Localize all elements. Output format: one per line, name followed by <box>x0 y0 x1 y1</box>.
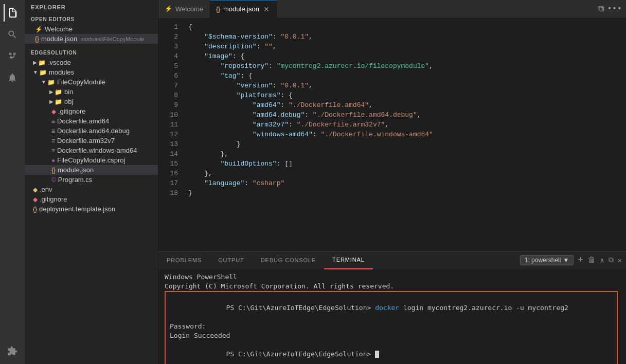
tab-terminal[interactable]: TERMINAL <box>324 251 373 269</box>
terminal-password-line: Password: <box>170 322 613 331</box>
tab-welcome-icon: ⚡ <box>165 5 172 12</box>
gitignore-root-label: .gitignore <box>40 195 67 203</box>
tab-module-json[interactable]: {} module.json ✕ <box>210 0 277 18</box>
json-deployment-icon: {} <box>33 206 37 213</box>
tree-item-csproj[interactable]: ● FileCopyModule.csproj <box>25 155 158 165</box>
tab-json-icon: {} <box>216 6 220 13</box>
folder-icon: 📁 <box>55 98 62 105</box>
tab-welcome-label: Welcome <box>175 5 203 13</box>
tab-welcome[interactable]: ⚡ Welcome <box>158 0 210 18</box>
more-actions-icon[interactable]: ••• <box>607 4 622 13</box>
vscode-folder-label: .vscode <box>48 59 71 66</box>
dockerfile-arm-icon: ≡ <box>51 137 55 144</box>
folder-icon: 📁 <box>38 59 46 66</box>
open-editor-module-json[interactable]: {} module.json modules\FileCopyModule <box>25 34 158 44</box>
terminal-line-header2: Copyright (C) Microsoft Corporation. All… <box>165 282 620 291</box>
gitignore-root-icon: ◆ <box>33 196 38 203</box>
dockerfile-icon: ≡ <box>51 118 55 125</box>
tree-item-gitignore-root[interactable]: ◆ .gitignore <box>25 194 158 204</box>
gitignore-inner-label: .gitignore <box>58 107 85 115</box>
split-editor-icon[interactable]: ⧉ <box>598 4 604 14</box>
terminal-dropdown[interactable]: 1: powershell ▼ <box>520 255 574 265</box>
terminal-cmd-docker: docker <box>375 304 399 312</box>
terminal-cursor <box>375 351 379 358</box>
open-editors-title: OPEN EDITORS <box>25 12 158 24</box>
arrow-icon: ▶ <box>33 60 37 65</box>
tree-item-deployment-template[interactable]: {} deployment.template.json <box>25 204 158 214</box>
panel-tab-actions: 1: powershell ▼ + 🗑 ∧ ⧉ ✕ <box>520 255 626 265</box>
tree-item-dockerfile-windows[interactable]: ≡ Dockerfile.windows-amd64 <box>25 145 158 155</box>
tab-close-button[interactable]: ✕ <box>262 5 271 13</box>
json-icon: {} <box>35 35 39 43</box>
code-editor[interactable]: 12345 678910 1112131415 161718 { "$schem… <box>158 18 626 251</box>
dockerfile-windows-icon: ≡ <box>51 147 55 154</box>
tree-item-dockerfile-amd64-debug[interactable]: ≡ Dockerfile.amd64.debug <box>25 126 158 136</box>
tree-item-module-json[interactable]: {} module.json <box>25 165 158 175</box>
tree-item-dockerfile-arm32v7[interactable]: ≡ Dockerfile.arm32v7 <box>25 136 158 145</box>
csproj-label: FileCopyModule.csproj <box>57 156 125 164</box>
open-editor-welcome-label: Welcome <box>45 25 73 33</box>
split-terminal-icon[interactable]: ⧉ <box>609 256 614 264</box>
terminal-highlighted-section: PS C:\Git\AzureIoTEdge\EdgeSolution> doc… <box>165 291 618 364</box>
edgesolution-title: EDGESOLUTION <box>25 46 158 58</box>
delete-terminal-icon[interactable]: 🗑 <box>587 256 596 265</box>
dockerfile-debug-icon: ≡ <box>51 128 55 135</box>
bin-folder-label: bin <box>64 88 73 96</box>
tree-item-obj[interactable]: ▶ 📁 obj <box>25 97 158 106</box>
dockerfile-amd64-debug-label: Dockerfile.amd64.debug <box>57 127 130 135</box>
activity-bar <box>0 0 25 364</box>
dropdown-arrow-icon: ▼ <box>563 257 569 264</box>
tab-output[interactable]: OUTPUT <box>210 251 253 269</box>
new-terminal-icon[interactable]: + <box>578 255 583 265</box>
tree-item-program-cs[interactable]: © Program.cs <box>25 175 158 185</box>
tree-item-dockerfile-amd64[interactable]: ≡ Dockerfile.amd64 <box>25 116 158 126</box>
open-editor-module-json-label: module.json <box>41 35 77 43</box>
terminal-cmd-args: login mycontreg2.azurecr.io -u mycontreg… <box>399 304 568 312</box>
terminal-prompt2-line: PS C:\Git\AzureIoTEdge\EdgeSolution> <box>170 340 613 364</box>
cs-icon: © <box>51 176 56 184</box>
env-icon: ◆ <box>33 186 38 193</box>
tab-bar-actions: ⧉ ••• <box>598 4 626 14</box>
env-label: .env <box>40 186 52 193</box>
deployment-template-label: deployment.template.json <box>39 205 115 213</box>
line-numbers: 12345 678910 1112131415 161718 <box>158 18 184 251</box>
terminal-prompt2: PS C:\Git\AzureIoTEdge\EdgeSolution> <box>226 350 375 358</box>
tab-debug-console[interactable]: DEBUG CONSOLE <box>253 251 324 269</box>
folder-icon: 📁 <box>39 69 47 76</box>
explorer-title: EXPLORER <box>25 0 158 12</box>
extensions-icon[interactable] <box>4 342 21 360</box>
terminal-login-succeeded: Login Succeeded <box>170 331 613 340</box>
editor-area: ⚡ Welcome {} module.json ✕ ⧉ ••• 12345 6… <box>158 0 626 364</box>
search-icon[interactable] <box>4 26 21 43</box>
close-panel-icon[interactable]: ✕ <box>618 256 622 265</box>
arrow-icon: ▶ <box>49 99 53 104</box>
tree-item-vscode[interactable]: ▶ 📁 .vscode <box>25 58 158 67</box>
arrow-icon: ▼ <box>41 79 46 85</box>
terminal-content[interactable]: Windows PowerShell Copyright (C) Microso… <box>158 269 626 364</box>
terminal-prompt1: PS C:\Git\AzureIoTEdge\EdgeSolution> <box>226 304 375 312</box>
arrow-icon: ▼ <box>33 69 38 75</box>
csproj-icon: ● <box>51 157 55 164</box>
tree-item-modules[interactable]: ▼ 📁 modules <box>25 67 158 77</box>
terminal-cmd-line: PS C:\Git\AzureIoTEdge\EdgeSolution> doc… <box>170 294 613 322</box>
dockerfile-arm32v7-label: Dockerfile.arm32v7 <box>57 137 115 144</box>
module-json-path: modules\FileCopyModule <box>80 36 144 42</box>
filecopymodule-folder-label: FileCopyModule <box>57 78 105 86</box>
tree-item-filecopymodule[interactable]: ▼ 📁 FileCopyModule <box>25 77 158 87</box>
debug-icon[interactable] <box>4 69 21 86</box>
tree-item-bin[interactable]: ▶ 📁 bin <box>25 87 158 97</box>
tab-bar: ⚡ Welcome {} module.json ✕ ⧉ ••• <box>158 0 626 18</box>
json-icon: {} <box>51 167 56 174</box>
program-cs-label: Program.cs <box>58 176 92 184</box>
tree-item-env[interactable]: ◆ .env <box>25 185 158 194</box>
tab-problems[interactable]: PROBLEMS <box>158 251 210 269</box>
panel-tabs: PROBLEMS OUTPUT DEBUG CONSOLE TERMINAL 1… <box>158 251 626 269</box>
files-icon[interactable] <box>4 4 21 22</box>
obj-folder-label: obj <box>64 98 73 105</box>
open-editor-welcome[interactable]: ⚡ Welcome <box>25 24 158 34</box>
chevron-up-icon[interactable]: ∧ <box>600 256 604 265</box>
tab-module-json-label: module.json <box>223 5 259 13</box>
tree-item-gitignore-inner[interactable]: ◆ .gitignore <box>25 106 158 116</box>
modules-folder-label: modules <box>49 68 74 76</box>
source-control-icon[interactable] <box>4 47 21 65</box>
